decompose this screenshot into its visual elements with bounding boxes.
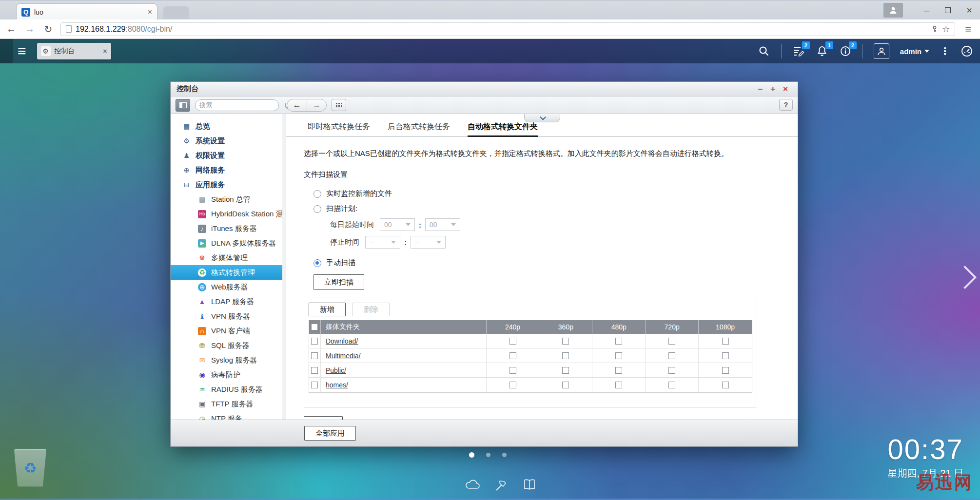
- new-tab-button[interactable]: [163, 6, 189, 19]
- sidebar-item-transcode-management[interactable]: ♻ 格式转换管理: [171, 265, 286, 280]
- sidebar-item-multimedia-management[interactable]: ☸ 多媒体管理: [171, 250, 286, 265]
- page-dot-2[interactable]: [486, 453, 490, 457]
- browser-tab-close-icon[interactable]: ×: [148, 8, 152, 17]
- res-1080p-checkbox[interactable]: [722, 382, 729, 388]
- res-480p-checkbox[interactable]: [615, 382, 622, 388]
- res-480p-checkbox[interactable]: [615, 367, 622, 374]
- browser-close-button[interactable]: ×: [959, 1, 980, 19]
- dashboard-button[interactable]: [960, 45, 973, 58]
- res-720p-checkbox[interactable]: [668, 382, 675, 388]
- browser-tab[interactable]: Q luo ×: [16, 3, 157, 20]
- notifications-button[interactable]: 1: [816, 45, 828, 58]
- browser-profile-button[interactable]: [883, 3, 903, 18]
- window-restore-button[interactable]: +: [770, 85, 775, 93]
- background-tasks-button[interactable]: 2: [792, 45, 805, 58]
- row-checkbox[interactable]: [311, 367, 318, 374]
- res-360p-checkbox[interactable]: [562, 338, 569, 345]
- folder-link[interactable]: homes/: [326, 381, 348, 389]
- row-checkbox[interactable]: [311, 382, 318, 388]
- nav-back-button[interactable]: ←: [287, 99, 307, 111]
- sidebar-item-vpn-server[interactable]: ♝ VPN 服务器: [171, 309, 286, 324]
- page-dot-3[interactable]: [502, 453, 507, 457]
- res-1080p-checkbox[interactable]: [722, 352, 729, 359]
- radio-row-realtime[interactable]: 实时监控新增的文件: [314, 189, 798, 198]
- sidebar-item-sql-server[interactable]: ⛃ SQL 服务器: [171, 338, 286, 353]
- window-titlebar[interactable]: 控制台 – + ×: [171, 82, 798, 96]
- browser-maximize-button[interactable]: [937, 1, 959, 19]
- collapse-handle[interactable]: [524, 114, 560, 122]
- folder-link[interactable]: Multimedia/: [326, 352, 361, 360]
- sidebar-item-network-services[interactable]: ⊕ 网络服务: [171, 163, 286, 177]
- sidebar-item-syslog-server[interactable]: ✉ Syslog 服务器: [171, 353, 286, 367]
- browser-reload-button[interactable]: ↻: [42, 23, 55, 35]
- row-checkbox[interactable]: [311, 338, 318, 345]
- cloud-icon[interactable]: [464, 478, 482, 492]
- address-bar[interactable]: 192.168.1.229:8080/cgi-bin/ ☆: [60, 22, 955, 36]
- tab-background-transcode[interactable]: 后台格式转换任务: [388, 122, 450, 136]
- nav-forward-button[interactable]: →: [307, 99, 326, 111]
- hammer-tools-icon[interactable]: [492, 478, 510, 492]
- radio-row-manual[interactable]: 手动扫描: [314, 258, 798, 268]
- res-240p-checkbox[interactable]: [510, 382, 516, 388]
- browser-menu-icon[interactable]: ≡: [965, 23, 971, 36]
- user-menu[interactable]: admin: [900, 47, 929, 56]
- window-search-box[interactable]: [195, 99, 279, 111]
- folder-link[interactable]: Download/: [326, 337, 358, 345]
- scan-now-button[interactable]: 立即扫描: [314, 274, 364, 290]
- sidebar-item-privilege-settings[interactable]: ♟ 权限设置: [171, 148, 286, 163]
- res-360p-checkbox[interactable]: [562, 352, 569, 359]
- browser-back-button[interactable]: ←: [5, 23, 18, 35]
- sidebar-item-overview[interactable]: ▦ 总览: [171, 119, 286, 134]
- res-720p-checkbox[interactable]: [668, 367, 675, 374]
- search-button[interactable]: [758, 45, 770, 58]
- res-1080p-checkbox[interactable]: [722, 338, 729, 345]
- window-close-button[interactable]: ×: [783, 85, 788, 93]
- res-480p-checkbox[interactable]: [615, 352, 622, 359]
- sidebar-toggle-button[interactable]: [176, 99, 190, 112]
- res-360p-checkbox[interactable]: [562, 382, 569, 388]
- sidebar-item-dlna-server[interactable]: ▶ DLNA 多媒体服务器: [171, 236, 286, 250]
- radio-manual[interactable]: [314, 259, 321, 267]
- info-button[interactable]: 2: [839, 45, 852, 58]
- res-480p-checkbox[interactable]: [615, 338, 622, 345]
- sidebar-scrollbar[interactable]: [282, 114, 286, 420]
- book-icon[interactable]: [521, 478, 538, 492]
- nas-tab-close-icon[interactable]: ×: [103, 47, 107, 55]
- res-360p-checkbox[interactable]: [562, 367, 569, 374]
- more-options-button[interactable]: ⋮: [940, 45, 950, 57]
- next-page-chevron[interactable]: [953, 266, 977, 289]
- sidebar-item-ntp-service[interactable]: ◷ NTP 服务: [171, 411, 286, 420]
- bookmark-star-icon[interactable]: ☆: [942, 24, 950, 35]
- stop-hour-select[interactable]: –: [365, 236, 400, 249]
- folder-link[interactable]: Public/: [326, 366, 346, 374]
- sidebar-item-itunes-server[interactable]: ♪ iTunes 服务器: [171, 221, 286, 236]
- main-menu-icon[interactable]: ≡: [18, 44, 26, 58]
- sidebar-item-ldap-server[interactable]: ▲ LDAP 服务器: [171, 294, 286, 309]
- nas-tab-control-panel[interactable]: ⚙ 控制台 ×: [37, 43, 111, 59]
- sidebar-item-radius-server[interactable]: ♒ RADIUS 服务器: [171, 382, 286, 397]
- sidebar-item-application-services[interactable]: ⊟ 应用服务: [171, 177, 286, 192]
- window-minimize-button[interactable]: –: [758, 85, 763, 93]
- tab-auto-transcode-folder[interactable]: 自动格式转换文件夹: [468, 122, 538, 137]
- help-button[interactable]: ?: [779, 99, 793, 111]
- select-all-checkbox[interactable]: [311, 324, 318, 330]
- recycle-bin[interactable]: ♻: [13, 449, 48, 486]
- res-240p-checkbox[interactable]: [510, 338, 516, 345]
- radio-realtime[interactable]: [314, 190, 321, 198]
- res-240p-checkbox[interactable]: [510, 352, 516, 359]
- browser-minimize-button[interactable]: –: [916, 1, 937, 19]
- radio-schedule[interactable]: [314, 205, 321, 213]
- search-input[interactable]: [199, 101, 285, 109]
- apply-all-button[interactable]: 全部应用: [304, 426, 356, 441]
- apps-grid-button[interactable]: [332, 99, 346, 111]
- sidebar-item-vpn-client[interactable]: ∩ VPN 客户端: [171, 324, 286, 338]
- res-1080p-checkbox[interactable]: [722, 367, 729, 374]
- sidebar-item-antivirus[interactable]: ◉ 病毒防护: [171, 367, 286, 382]
- apply-button[interactable]: 应用: [304, 416, 343, 420]
- sidebar-item-station-manager[interactable]: ▤ Station 总管: [171, 192, 286, 207]
- res-240p-checkbox[interactable]: [510, 367, 516, 374]
- res-720p-checkbox[interactable]: [668, 338, 675, 345]
- add-button[interactable]: 新增: [309, 303, 346, 316]
- start-hour-select[interactable]: 00: [380, 218, 415, 231]
- res-720p-checkbox[interactable]: [668, 352, 675, 359]
